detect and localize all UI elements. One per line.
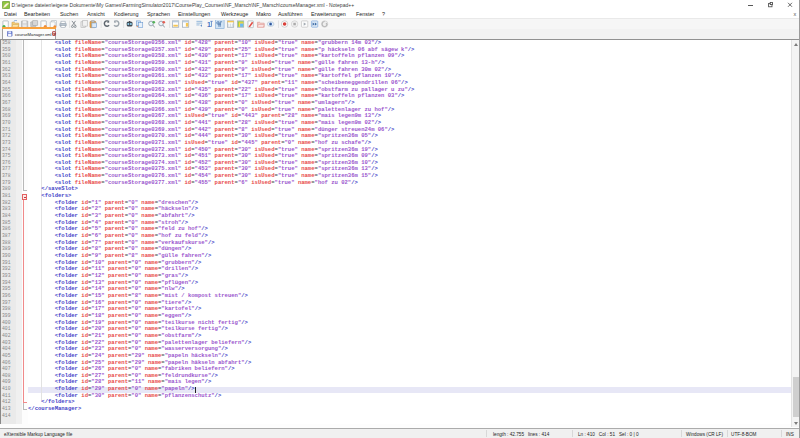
svg-text:1: 1 [207, 20, 211, 29]
